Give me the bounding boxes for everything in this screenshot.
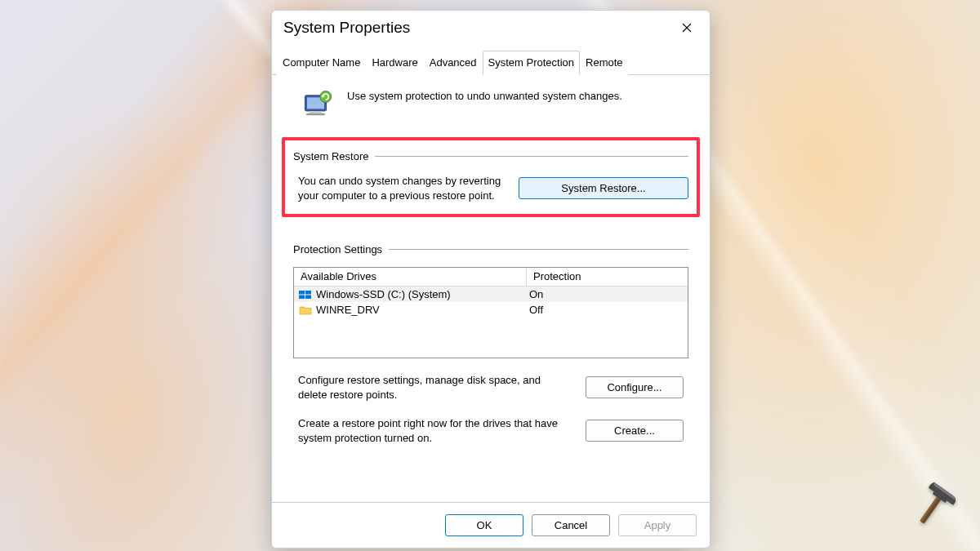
configure-description: Configure restore settings, manage disk … (298, 373, 571, 402)
svg-rect-3 (306, 113, 325, 116)
highlighted-system-restore-section: System Restore You can undo system chang… (282, 137, 700, 217)
intro-text: Use system protection to undo unwanted s… (347, 88, 622, 102)
configure-button[interactable]: Configure... (586, 376, 684, 398)
create-button[interactable]: Create... (586, 420, 684, 442)
system-restore-group-label: System Restore (293, 150, 688, 162)
column-header-protection[interactable]: Protection (527, 268, 688, 286)
svg-rect-5 (299, 291, 305, 295)
hammer-watermark-icon (902, 471, 968, 539)
system-properties-dialog: System Properties Computer Name Hardware… (271, 10, 710, 549)
drive-name: Windows-SSD (C:) (System) (316, 288, 451, 300)
drives-table-header: Available Drives Protection (294, 268, 688, 287)
tab-strip: Computer Name Hardware Advanced System P… (272, 50, 710, 75)
protection-settings-group: Protection Settings Available Drives Pro… (293, 243, 688, 445)
close-button[interactable] (670, 15, 703, 41)
system-restore-group: System Restore You can undo system chang… (293, 150, 688, 202)
system-protection-icon (301, 88, 336, 122)
ok-button[interactable]: OK (445, 514, 523, 536)
tab-panel-system-protection: Use system protection to undo unwanted s… (272, 75, 710, 502)
dialog-title: System Properties (283, 19, 670, 37)
drive-protection-status: On (523, 287, 688, 302)
system-restore-description: You can undo system changes by reverting… (298, 174, 507, 202)
drives-table-container: Available Drives Protection Windows-SSD … (293, 267, 688, 358)
intro-row: Use system protection to undo unwanted s… (293, 85, 688, 137)
drive-protection-status: Off (523, 302, 688, 318)
titlebar: System Properties (272, 11, 710, 45)
cancel-button[interactable]: Cancel (532, 514, 610, 536)
svg-rect-8 (305, 295, 311, 300)
svg-rect-6 (305, 291, 311, 295)
folder-drive-icon (299, 304, 312, 315)
tab-hardware[interactable]: Hardware (366, 51, 423, 75)
protection-settings-group-label: Protection Settings (293, 243, 688, 256)
svg-point-4 (320, 91, 332, 103)
close-icon (682, 23, 692, 33)
windows-drive-icon (299, 289, 312, 300)
tab-system-protection[interactable]: System Protection (483, 51, 581, 75)
drive-row[interactable]: WINRE_DRV Off (294, 302, 688, 318)
dialog-footer: OK Cancel Apply (272, 502, 710, 548)
column-header-drive[interactable]: Available Drives (294, 268, 527, 286)
svg-rect-10 (920, 494, 940, 522)
drives-table[interactable]: Available Drives Protection Windows-SSD … (293, 267, 688, 358)
create-description: Create a restore point right now for the… (298, 416, 571, 445)
apply-button: Apply (618, 514, 697, 536)
drive-name: WINRE_DRV (316, 304, 380, 316)
tab-remote[interactable]: Remote (580, 51, 629, 75)
svg-rect-7 (299, 295, 305, 300)
drive-row[interactable]: Windows-SSD (C:) (System) On (294, 287, 688, 302)
tab-computer-name[interactable]: Computer Name (277, 51, 366, 75)
svg-rect-2 (310, 111, 323, 113)
system-restore-button[interactable]: System Restore... (519, 177, 688, 199)
tab-advanced[interactable]: Advanced (424, 51, 483, 75)
